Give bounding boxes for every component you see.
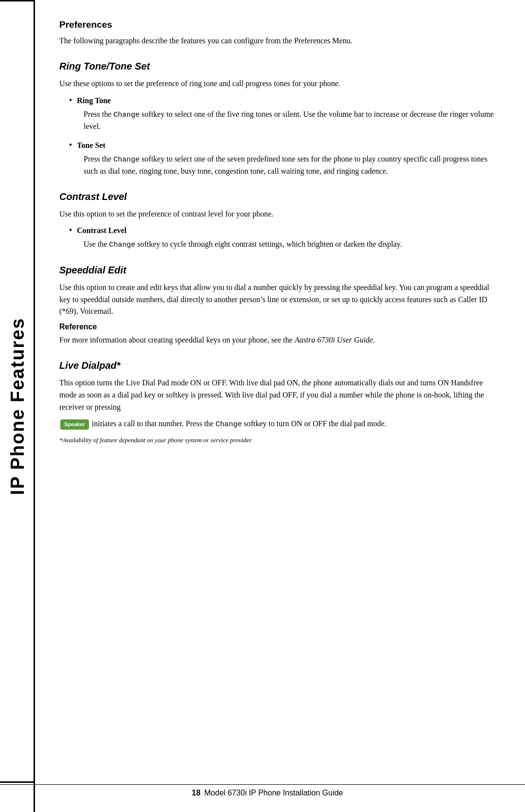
bullet-label-contrast: Contrast Level	[77, 225, 126, 236]
bullet-dot-contrast: •	[69, 225, 72, 235]
reference-heading: Reference	[59, 323, 496, 331]
change-softkey-1: Change	[113, 111, 140, 119]
heading-ring-tone: Ring Tone/Tone Set	[59, 61, 496, 72]
heading-speeddial-edit: Speeddial Edit	[59, 265, 496, 276]
section-speeddial-edit: Speeddial Edit Use this option to create…	[59, 265, 496, 346]
live-dialpad-text-2: initiates a call to that number. Press t…	[92, 419, 216, 428]
ring-tone-bullets: • Ring Tone Press the Change softkey to …	[69, 95, 496, 178]
heading-live-dialpad: Live Dialpad*	[59, 360, 496, 371]
reference-body: For more information about creating spee…	[59, 334, 496, 346]
bullet-desc-contrast: Use the Change softkey to cycle through …	[84, 238, 496, 251]
sidebar: IP Phone Features	[0, 0, 35, 812]
live-dialpad-body-1: This option turns the Live Dial Pad mode…	[59, 377, 496, 413]
live-dialpad-text-3: softkey to turn ON or OFF the dial pad m…	[242, 419, 386, 428]
heading-preferences: Preferences	[59, 19, 496, 30]
change-softkey-3: Change	[109, 241, 135, 249]
bullet-desc-ring-tone: Press the Change softkey to select one o…	[84, 108, 496, 133]
live-dialpad-text-1: This option turns the Live Dial Pad mode…	[59, 379, 484, 411]
heading-contrast-level: Contrast Level	[59, 191, 496, 202]
bullet-desc-tone-set: Press the Change softkey to select one o…	[84, 153, 496, 178]
sidebar-label: IP Phone Features	[7, 307, 28, 505]
bullet-dot-ring-tone: •	[69, 95, 72, 106]
bullet-dot-tone-set: •	[69, 140, 72, 150]
main-content: Preferences The following paragraphs des…	[35, 0, 525, 812]
live-dialpad-body-2: Speaker initiates a call to that number.…	[59, 418, 496, 430]
footer-description: Model 6730i IP Phone Installation Guide	[204, 789, 343, 797]
live-dialpad-footnote: *Availability of feature dependant on yo…	[59, 435, 496, 445]
ring-tone-intro: Use these options to set the preference …	[59, 78, 496, 90]
section-live-dialpad: Live Dialpad* This option turns the Live…	[59, 360, 496, 445]
bullet-label-tone-set: Tone Set	[77, 140, 105, 151]
bullet-contrast-level: • Contrast Level	[69, 225, 496, 236]
bullet-ring-tone: • Ring Tone	[69, 95, 496, 107]
speaker-button: Speaker	[60, 419, 89, 430]
section-contrast-level: Contrast Level Use this option to set th…	[59, 191, 496, 251]
footer: 18 Model 6730i IP Phone Installation Gui…	[0, 784, 525, 797]
sidebar-line-top	[0, 0, 35, 1]
sidebar-line-bottom	[0, 781, 35, 783]
section-preferences: Preferences The following paragraphs des…	[59, 19, 496, 47]
reference-body-text: For more information about creating spee…	[59, 336, 293, 344]
contrast-level-bullets: • Contrast Level Use the Change softkey …	[69, 225, 496, 251]
reference-block: Reference For more information about cre…	[59, 323, 496, 346]
change-softkey-4: Change	[215, 420, 242, 429]
reference-book: Aastra 6730i User Guide	[295, 336, 373, 344]
footer-page-number: 18	[192, 789, 200, 797]
bullet-label-ring-tone: Ring Tone	[77, 95, 111, 107]
change-softkey-2: Change	[113, 156, 140, 164]
bullet-tone-set: • Tone Set	[69, 140, 496, 151]
sidebar-border	[34, 0, 35, 812]
contrast-level-intro: Use this option to set the preference of…	[59, 208, 496, 220]
speeddial-intro: Use this option to create and edit keys …	[59, 282, 496, 318]
preferences-body: The following paragraphs describe the fe…	[59, 35, 496, 47]
section-ring-tone: Ring Tone/Tone Set Use these options to …	[59, 61, 496, 178]
